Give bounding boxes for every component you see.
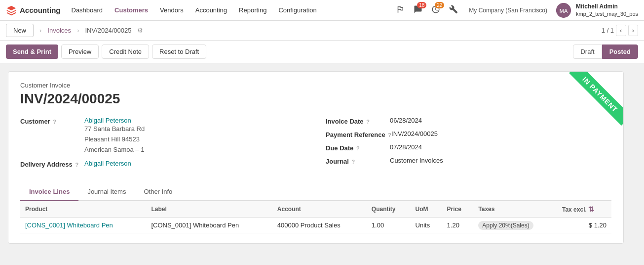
breadcrumb-parent[interactable]: Invoices [47, 27, 71, 34]
status-bar: Draft Posted [573, 44, 638, 59]
col-uom: UoM [411, 201, 442, 218]
table-row: [CONS_0001] Whiteboard Pen [CONS_0001] W… [20, 218, 611, 233]
journal-value: Customer Invoices [390, 157, 443, 164]
row-price: 1.20 [442, 218, 474, 233]
pagination: 1 / 1 ‹ › [602, 25, 638, 36]
tab-journal-items[interactable]: Journal Items [78, 183, 135, 201]
user-name: Mitchell Admin [576, 3, 638, 11]
due-date-row: Due Date ? 07/28/2024 [326, 143, 611, 152]
address-line1: 77 Santa Barbara Rd [84, 124, 145, 134]
col-account: Account [272, 201, 367, 218]
main-content: IN PAYMENT Customer Invoice INV/2024/000… [0, 63, 632, 252]
nav-accounting[interactable]: Accounting [190, 4, 232, 16]
row-quantity: 1.00 [367, 218, 411, 233]
nav-icons: 18 22 My Company (San Francisco) MA Mitc… [394, 3, 638, 18]
user-info[interactable]: Mitchell Admin kmp_2_test_may_30_pos [576, 3, 638, 18]
col-taxes: Taxes [473, 201, 557, 218]
delivery-address-value[interactable]: Abigail Peterson [84, 160, 131, 167]
invoice-number: INV/2024/00025 [20, 91, 611, 107]
chat-badge: 18 [417, 2, 426, 8]
breadcrumb-sep1: › [39, 27, 41, 34]
customer-label: Customer ? [20, 117, 84, 125]
col-quantity: Quantity [367, 201, 411, 218]
app-name: Accounting [20, 6, 61, 14]
svg-text:MA: MA [560, 8, 568, 14]
tab-other-info[interactable]: Other Info [135, 183, 181, 201]
tax-badge: Apply 20%(Sales) [478, 221, 533, 230]
col-label: Label [146, 201, 272, 218]
customer-field-row: Customer ? Abigail Peterson 77 Santa Bar… [20, 117, 306, 155]
nav-configuration[interactable]: Configuration [273, 4, 321, 16]
status-posted-button[interactable]: Posted [602, 44, 638, 59]
delivery-address-label: Delivery Address ? [20, 160, 84, 168]
customer-name[interactable]: Abigail Peterson [84, 117, 145, 124]
row-label: [CONS_0001] Whiteboard Pen [146, 218, 272, 233]
customer-value-col: Abigail Peterson 77 Santa Barbara Rd Ple… [84, 117, 145, 155]
action-bar: New › Invoices › INV/2024/00025 ⚙ 1 / 1 … [0, 21, 644, 41]
status-draft-button[interactable]: Draft [573, 44, 602, 59]
gear-icon[interactable]: ⚙ [137, 27, 143, 34]
debug-icon-btn[interactable] [394, 3, 407, 17]
col-product: Product [20, 201, 146, 218]
row-product[interactable]: [CONS_0001] Whiteboard Pen [20, 218, 146, 233]
address-line3: American Samoa – 1 [84, 145, 145, 155]
chat-icon-btn[interactable]: 18 [412, 3, 424, 17]
preview-button[interactable]: Preview [61, 44, 99, 59]
row-account: 400000 Product Sales [272, 218, 367, 233]
row-taxes: Apply 20%(Sales) [473, 218, 557, 233]
invoice-card: IN PAYMENT Customer Invoice INV/2024/000… [8, 71, 624, 244]
invoice-date-row: Invoice Date ? 06/28/2024 [326, 117, 611, 125]
user-db: kmp_2_test_may_30_pos [576, 11, 638, 17]
tab-invoice-lines[interactable]: Invoice Lines [20, 183, 78, 201]
credit-note-button[interactable]: Credit Note [102, 44, 149, 59]
payment-ref-row: Payment Reference ? INV/2024/00025 [326, 130, 611, 138]
journal-label: Journal ? [326, 157, 390, 165]
customer-address: 77 Santa Barbara Rd Pleasant Hill 94523 … [84, 124, 145, 155]
due-date-value: 07/28/2024 [390, 143, 422, 151]
app-logo[interactable]: Accounting [6, 5, 61, 16]
delivery-address-field-row: Delivery Address ? Abigail Peterson [20, 160, 306, 168]
user-avatar[interactable]: MA [556, 3, 571, 18]
tabs: Invoice Lines Journal Items Other Info [20, 183, 611, 201]
clock-icon-btn[interactable]: 22 [429, 3, 442, 17]
payment-ref-value: INV/2024/00025 [391, 130, 438, 137]
breadcrumb-sep2: › [77, 27, 79, 34]
invoice-fields: Customer ? Abigail Peterson 77 Santa Bar… [20, 117, 611, 173]
send-print-button[interactable]: Send & Print [6, 44, 58, 59]
invoice-type-label: Customer Invoice [20, 82, 611, 89]
address-line2: Pleasant Hill 94523 [84, 134, 145, 145]
invoice-date-value: 06/28/2024 [390, 117, 422, 124]
clock-badge: 22 [435, 2, 444, 8]
payment-ref-label: Payment Reference ? [326, 130, 391, 138]
company-name[interactable]: My Company (San Francisco) [469, 7, 547, 14]
nav-vendors[interactable]: Vendors [155, 4, 189, 16]
new-button[interactable]: New [6, 24, 34, 37]
nav-reporting[interactable]: Reporting [234, 4, 271, 16]
invoice-table: Product Label Account Quantity UoM Price… [20, 201, 611, 233]
left-field-col: Customer ? Abigail Peterson 77 Santa Bar… [20, 117, 306, 173]
invoice-date-label: Invoice Date ? [326, 117, 390, 125]
page-next-button[interactable]: › [628, 25, 638, 36]
page-prev-button[interactable]: ‹ [616, 25, 626, 36]
top-nav: Accounting Dashboard Customers Vendors A… [0, 0, 644, 21]
breadcrumb-current: INV/2024/00025 [85, 27, 131, 34]
right-field-col: Invoice Date ? 06/28/2024 Payment Refere… [326, 117, 611, 173]
journal-row: Journal ? Customer Invoices [326, 157, 611, 165]
wrench-icon-btn[interactable] [447, 3, 460, 17]
adjust-columns-icon[interactable]: ⇅ [588, 205, 594, 213]
reset-to-draft-button[interactable]: Reset to Draft [152, 44, 206, 59]
row-uom: Units [411, 218, 442, 233]
toolbar: Send & Print Preview Credit Note Reset t… [0, 41, 644, 63]
nav-dashboard[interactable]: Dashboard [67, 4, 108, 16]
col-tax-excl: Tax excl. ⇅ [557, 201, 611, 218]
row-tax-excl: $ 1.20 [557, 218, 611, 233]
page-count: 1 / 1 [602, 27, 614, 34]
due-date-label: Due Date ? [326, 143, 390, 152]
nav-customers[interactable]: Customers [110, 4, 153, 16]
col-price: Price [442, 201, 474, 218]
